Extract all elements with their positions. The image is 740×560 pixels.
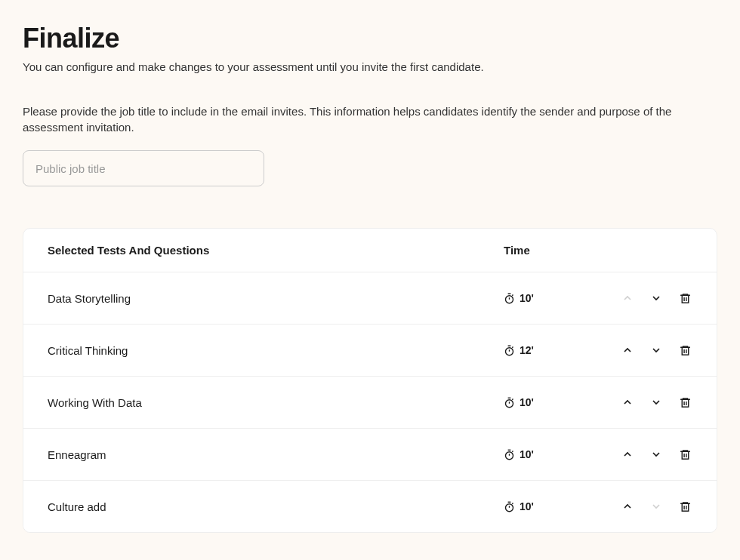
- row-name: Enneagram: [48, 448, 504, 461]
- move-up-button[interactable]: [620, 395, 635, 410]
- move-down-button[interactable]: [649, 447, 664, 462]
- row-time-value: 10': [520, 396, 534, 408]
- table-header-time: Time: [504, 244, 692, 257]
- delete-button[interactable]: [677, 395, 692, 410]
- delete-button[interactable]: [677, 499, 692, 514]
- row-name: Culture add: [48, 500, 504, 513]
- row-name: Critical Thinking: [48, 344, 504, 357]
- svg-rect-9: [682, 503, 689, 511]
- section-description: Please provide the job title to include …: [23, 103, 687, 135]
- move-up-button[interactable]: [620, 499, 635, 514]
- table-row: Enneagram10': [23, 429, 717, 481]
- row-time-value: 12': [520, 344, 534, 356]
- move-up-button: [620, 291, 635, 306]
- row-time-value: 10': [520, 448, 534, 460]
- timer-icon: [504, 345, 515, 356]
- delete-button[interactable]: [677, 291, 692, 306]
- table-header: Selected Tests And Questions Time: [23, 229, 717, 272]
- move-down-button: [649, 499, 664, 514]
- table-row: Culture add10': [23, 481, 717, 532]
- svg-rect-7: [682, 451, 689, 459]
- table-row: Data Storytelling10': [23, 272, 717, 325]
- row-name: Data Storytelling: [48, 292, 504, 305]
- move-down-button[interactable]: [649, 343, 664, 358]
- move-up-button[interactable]: [620, 343, 635, 358]
- public-job-title-input[interactable]: [23, 150, 264, 186]
- move-down-button[interactable]: [649, 395, 664, 410]
- row-time: 12': [504, 344, 602, 356]
- row-actions: [602, 499, 692, 514]
- row-actions: [602, 343, 692, 358]
- row-time: 10': [504, 292, 602, 304]
- row-time-value: 10': [520, 292, 534, 304]
- table-row: Working With Data10': [23, 377, 717, 429]
- tests-table: Selected Tests And Questions Time Data S…: [23, 228, 717, 533]
- timer-icon: [504, 449, 515, 460]
- timer-icon: [504, 293, 515, 304]
- row-actions: [602, 447, 692, 462]
- row-time: 10': [504, 448, 602, 460]
- timer-icon: [504, 501, 515, 512]
- row-time: 10': [504, 396, 602, 408]
- page-title: Finalize: [23, 23, 717, 54]
- row-time: 10': [504, 500, 602, 512]
- page-subtitle: You can configure and make changes to yo…: [23, 60, 717, 73]
- svg-rect-5: [682, 399, 689, 407]
- svg-rect-3: [682, 347, 689, 355]
- row-name: Working With Data: [48, 396, 504, 409]
- move-down-button[interactable]: [649, 291, 664, 306]
- table-header-name: Selected Tests And Questions: [48, 244, 504, 257]
- row-time-value: 10': [520, 500, 534, 512]
- row-actions: [602, 395, 692, 410]
- table-row: Critical Thinking12': [23, 325, 717, 377]
- row-actions: [602, 291, 692, 306]
- delete-button[interactable]: [677, 343, 692, 358]
- move-up-button[interactable]: [620, 447, 635, 462]
- timer-icon: [504, 397, 515, 408]
- svg-rect-1: [682, 295, 689, 303]
- delete-button[interactable]: [677, 447, 692, 462]
